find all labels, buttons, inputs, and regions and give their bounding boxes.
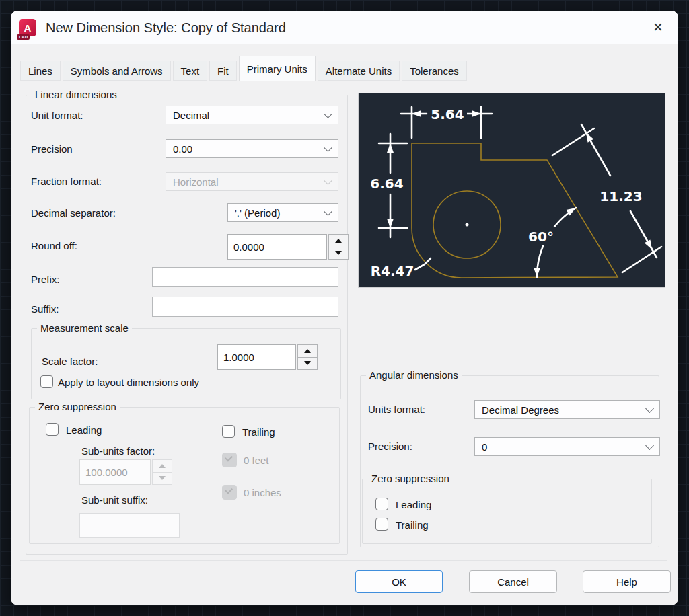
dim-top-text: 5.64 (431, 106, 464, 122)
round-off-down-button[interactable] (328, 247, 349, 260)
close-icon[interactable]: ✕ (653, 19, 663, 36)
up-arrow-icon (159, 464, 166, 468)
autocad-logo-icon: A CAD (19, 19, 36, 36)
tab-primary-units[interactable]: Primary Units (239, 56, 316, 81)
chevron-down-icon (324, 143, 332, 152)
zero-inches-label: 0 inches (244, 487, 281, 498)
angular-precision-combo[interactable]: 0 (474, 437, 660, 456)
chevron-down-icon (324, 207, 332, 216)
dimension-preview-image: 5.64 6.64 11.23 60° R4.47 (358, 93, 665, 288)
precision-value: 0.00 (173, 143, 192, 155)
angular-precision-label: Precision: (368, 440, 412, 452)
angular-trailing-label: Trailing (396, 519, 429, 531)
precision-label: Precision (31, 143, 73, 155)
decimal-separator-combo[interactable]: '.' (Period) (227, 203, 338, 222)
angular-trailing-checkbox[interactable] (375, 518, 388, 531)
angular-leading-checkbox[interactable] (375, 498, 388, 510)
fraction-format-value: Horizontal (173, 176, 219, 188)
cancel-button[interactable]: Cancel (469, 570, 557, 593)
angular-zero-suppression-group: Zero suppression (362, 479, 652, 544)
angular-dimensions-legend: Angular dimensions (366, 369, 462, 381)
tab-symbols-and-arrows[interactable]: Symbols and Arrows (63, 61, 171, 81)
dim-angle-text: 60° (528, 229, 554, 245)
decimal-separator-label: Decimal separator: (31, 207, 116, 219)
title-bar: A CAD New Dimension Style: Copy of Stand… (11, 11, 678, 44)
circle-center-dot (466, 223, 469, 227)
suffix-input[interactable] (152, 297, 338, 317)
chevron-down-icon (324, 110, 332, 118)
down-arrow-icon (304, 361, 311, 365)
scale-factor-label: Scale factor: (42, 356, 98, 367)
sub-units-factor-spinbox: 100.0000 (79, 459, 172, 485)
angular-units-format-combo[interactable]: Decimal Degrees (474, 400, 660, 419)
dim-diagonal-text: 11.23 (600, 188, 642, 204)
leading-label: Leading (66, 424, 102, 436)
sub-units-factor-up-button (152, 459, 172, 473)
logo-sub-badge: CAD (17, 34, 30, 40)
help-button[interactable]: Help (583, 570, 671, 593)
chevron-down-icon (645, 404, 654, 413)
sub-unit-suffix-label: Sub-unit suffix: (81, 494, 148, 506)
angular-leading-label: Leading (396, 499, 431, 510)
sub-unit-suffix-input (79, 513, 180, 538)
scale-factor-value[interactable]: 1.0000 (217, 344, 296, 370)
apply-layout-only-checkbox[interactable] (40, 375, 53, 388)
dialog-title: New Dimension Style: Copy of Standard (46, 20, 286, 36)
up-arrow-icon (304, 349, 311, 353)
round-off-up-button[interactable] (328, 234, 349, 247)
sub-units-factor-down-button (152, 472, 172, 486)
fraction-format-combo: Horizontal (166, 172, 338, 191)
leading-checkbox[interactable] (46, 423, 59, 436)
chevron-down-icon (645, 441, 654, 450)
down-arrow-icon (159, 476, 166, 480)
angular-precision-value: 0 (482, 441, 487, 453)
scale-factor-up-button[interactable] (297, 344, 318, 358)
dim-text-backgrounds (368, 105, 644, 245)
precision-combo[interactable]: 0.00 (166, 139, 338, 158)
tab-strip: Lines Symbols and Arrows Text Fit Primar… (20, 55, 669, 81)
ok-button[interactable]: OK (355, 570, 443, 593)
suffix-label: Suffix: (31, 303, 59, 315)
scale-factor-down-button[interactable] (297, 357, 318, 371)
tab-text[interactable]: Text (173, 61, 208, 81)
prefix-label: Prefix: (31, 274, 60, 285)
logo-letter: A (24, 22, 32, 34)
part-outline (412, 143, 618, 278)
down-arrow-icon (335, 251, 342, 255)
angular-units-format-value: Decimal Degrees (482, 404, 559, 416)
zero-inches-checkbox (222, 485, 237, 500)
sub-units-factor-value: 100.0000 (79, 459, 151, 485)
angular-zero-suppression-legend: Zero suppression (368, 473, 453, 484)
dim-left-text: 6.64 (370, 176, 403, 192)
new-dimension-style-dialog: A CAD New Dimension Style: Copy of Stand… (11, 11, 678, 605)
content-footer-divider (20, 560, 667, 561)
unit-format-combo[interactable]: Decimal (166, 106, 338, 124)
prefix-input[interactable] (152, 267, 338, 287)
dim-radius-text: R4.47 (371, 263, 414, 279)
tab-lines[interactable]: Lines (20, 61, 61, 81)
fraction-format-label: Fraction format: (31, 176, 102, 187)
zero-feet-checkbox (222, 453, 237, 467)
zero-suppression-legend: Zero suppression (35, 401, 120, 412)
up-arrow-icon (335, 239, 342, 243)
linear-dimensions-legend: Linear dimensions (32, 89, 120, 100)
unit-format-label: Unit format: (31, 110, 83, 121)
round-off-label: Round off: (31, 240, 77, 252)
trailing-checkbox[interactable] (222, 425, 235, 438)
tab-tolerances[interactable]: Tolerances (402, 61, 467, 81)
tab-fit[interactable]: Fit (209, 61, 237, 81)
preview-drawing: 5.64 6.64 11.23 60° R4.47 (359, 93, 665, 287)
measurement-scale-legend: Measurement scale (37, 322, 132, 334)
zero-feet-label: 0 feet (244, 455, 269, 466)
tab-alternate-units[interactable]: Alternate Units (318, 61, 400, 81)
round-off-value[interactable]: 0.0000 (227, 234, 327, 260)
unit-format-value: Decimal (173, 110, 209, 121)
decimal-separator-value: '.' (Period) (235, 207, 280, 219)
apply-layout-only-label: Apply to layout dimensions only (58, 377, 199, 388)
scale-factor-spinbox[interactable]: 1.0000 (217, 344, 318, 370)
trailing-label: Trailing (242, 426, 275, 438)
chevron-down-icon (324, 176, 332, 185)
sub-units-factor-label: Sub-units factor: (81, 445, 155, 457)
angular-units-format-label: Units format: (368, 403, 425, 415)
round-off-spinbox[interactable]: 0.0000 (227, 234, 349, 260)
